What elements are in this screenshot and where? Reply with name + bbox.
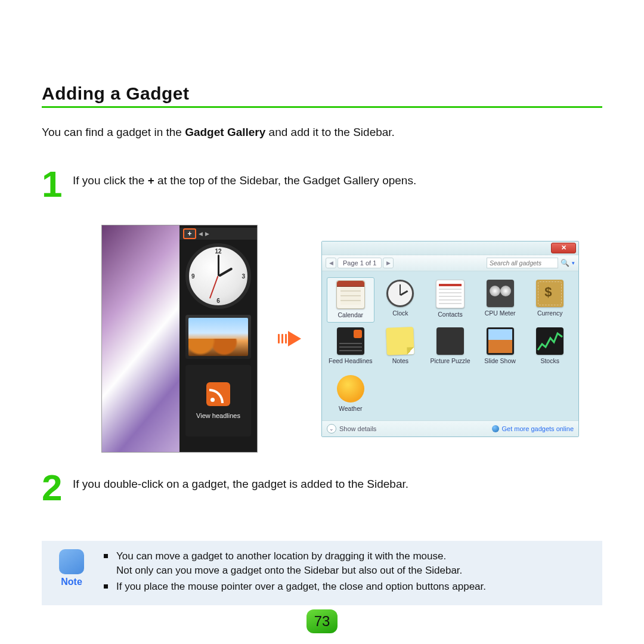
tile-label-weather: Weather xyxy=(339,405,363,412)
pager-next-button[interactable]: ▶ xyxy=(383,258,394,268)
gadget-tile-currency[interactable]: Currency xyxy=(526,277,574,323)
more-gadgets-link[interactable]: Get more gadgets online xyxy=(492,425,574,432)
gadget-tile-picture-puzzle[interactable]: Picture Puzzle xyxy=(426,325,474,370)
slide-show-icon xyxy=(487,327,514,355)
tile-label-puzzle: Picture Puzzle xyxy=(430,357,470,364)
gallery-toolbar: ◀ Page 1 of 1 ▶ 🔍 ▾ xyxy=(322,255,578,271)
gadget-tile-contacts[interactable]: Contacts xyxy=(426,277,474,323)
clock-icon xyxy=(386,280,414,307)
gallery-footer: ⌄ Show details Get more gadgets online xyxy=(322,420,578,436)
tile-label-currency: Currency xyxy=(537,309,563,317)
title-underline xyxy=(42,106,602,108)
note-box: Note You can move a gadget to another lo… xyxy=(42,541,602,605)
arrow-icon xyxy=(278,331,301,346)
bullet-icon xyxy=(104,584,108,589)
search-input[interactable] xyxy=(487,258,558,268)
page-title: Adding a Gadget xyxy=(42,83,602,104)
tile-label-cpu: CPU Meter xyxy=(485,309,516,317)
note-item-1: You can move a gadget to another locatio… xyxy=(104,549,592,578)
pager-prev-button[interactable]: ◀ xyxy=(326,258,336,268)
note-badge: Note xyxy=(55,549,88,587)
tile-label-feed: Feed Headlines xyxy=(329,357,373,364)
currency-icon xyxy=(536,280,564,307)
gadget-tile-clock[interactable]: Clock xyxy=(377,277,425,323)
more-gadgets-label: Get more gadgets online xyxy=(502,425,574,432)
gadget-tile-calendar[interactable]: Calendar xyxy=(327,277,374,323)
chevron-down-icon: ⌄ xyxy=(327,424,336,434)
stocks-icon xyxy=(536,327,564,355)
clock-hour-hand xyxy=(218,267,233,277)
calendar-icon xyxy=(336,280,365,309)
close-button[interactable]: ✕ xyxy=(551,243,576,253)
step-2: 2 If you double-click on a gadget, the g… xyxy=(42,473,602,503)
rss-icon xyxy=(206,382,230,406)
clock-gadget[interactable]: 12 3 6 9 xyxy=(185,243,251,309)
feed-headlines-gadget[interactable]: View headlines xyxy=(185,365,251,436)
clock-tick-9: 9 xyxy=(191,273,195,280)
picture-puzzle-icon xyxy=(436,327,464,355)
feed-gadget-label: View headlines xyxy=(196,412,240,419)
search-dropdown-icon[interactable]: ▾ xyxy=(572,260,575,266)
sidebar-top-controls: + ◀ ▶ xyxy=(179,228,257,240)
intro-prefix: You can find a gadget in the xyxy=(42,126,185,138)
tile-label-clock: Clock xyxy=(392,309,408,317)
step-2-text: If you double-click on a gadget, the gad… xyxy=(73,473,408,493)
pager-label: Page 1 of 1 xyxy=(338,258,382,268)
gallery-grid: Calendar Clock Contacts CPU Meter xyxy=(327,277,574,418)
gadget-tile-weather[interactable]: Weather xyxy=(327,373,374,418)
tile-label-notes: Notes xyxy=(392,357,408,364)
clock-tick-6: 6 xyxy=(216,298,220,304)
intro-text: You can find a gadget in the Gadget Gall… xyxy=(42,125,602,141)
step1-suffix: at the top of the Sidebar, the Gadget Ga… xyxy=(154,174,416,187)
note-icon xyxy=(59,549,84,574)
note-list: You can move a gadget to another locatio… xyxy=(104,549,592,596)
intro-bold: Gadget Gallery xyxy=(185,126,265,138)
tile-label-stocks: Stocks xyxy=(540,357,559,364)
page-number: 73 xyxy=(306,609,338,633)
note-label: Note xyxy=(61,577,82,587)
step-1: 1 If you click the + at the top of the S… xyxy=(42,169,602,199)
figure-row: + ◀ ▶ 12 3 6 9 Vie xyxy=(101,225,602,453)
step-1-text: If you click the + at the top of the Sid… xyxy=(73,169,416,189)
gadget-tile-stocks[interactable]: Stocks xyxy=(526,325,574,370)
step1-prefix: If you click the xyxy=(73,174,148,187)
note-item-2: If you place the mouse pointer over a ga… xyxy=(104,580,592,595)
add-gadget-button[interactable]: + xyxy=(183,228,196,239)
clock-minute-hand xyxy=(218,255,219,276)
show-details-label: Show details xyxy=(339,425,376,432)
gallery-pager: ◀ Page 1 of 1 ▶ xyxy=(326,258,394,268)
note-item-1-line2: Not only can you move a gadget onto the … xyxy=(116,564,462,578)
gallery-titlebar: ✕ xyxy=(322,242,578,255)
bullet-icon xyxy=(104,554,108,558)
gadget-gallery-window: ✕ ◀ Page 1 of 1 ▶ 🔍 ▾ Cale xyxy=(321,241,579,437)
tile-label-calendar: Calendar xyxy=(338,311,363,318)
gadget-tile-slide-show[interactable]: Slide Show xyxy=(476,325,524,370)
clock-tick-12: 12 xyxy=(215,248,221,255)
gadget-tile-cpu-meter[interactable]: CPU Meter xyxy=(476,277,524,323)
gadget-tile-feed-headlines[interactable]: Feed Headlines xyxy=(327,325,374,370)
clock-tick-3: 3 xyxy=(242,273,245,280)
notes-icon xyxy=(386,327,415,355)
sidebar-prev-icon[interactable]: ◀ xyxy=(199,231,203,237)
windows-sidebar: + ◀ ▶ 12 3 6 9 Vie xyxy=(179,225,257,452)
tile-label-slideshow: Slide Show xyxy=(484,357,516,364)
sidebar-screenshot: + ◀ ▶ 12 3 6 9 Vie xyxy=(101,225,258,453)
step1-bold: + xyxy=(148,174,154,187)
note-item-1-line1: You can move a gadget to another locatio… xyxy=(116,549,462,564)
weather-icon xyxy=(337,375,364,402)
search-icon[interactable]: 🔍 xyxy=(561,259,569,267)
intro-suffix: and add it to the Sidebar. xyxy=(265,126,395,138)
show-details-toggle[interactable]: ⌄ Show details xyxy=(327,424,376,434)
step-1-number: 1 xyxy=(42,169,70,199)
step-2-number: 2 xyxy=(42,473,70,503)
sidebar-next-icon[interactable]: ▶ xyxy=(205,231,209,237)
note-item-2-text: If you place the mouse pointer over a ga… xyxy=(116,580,486,595)
cpu-meter-icon xyxy=(487,280,514,307)
globe-icon xyxy=(492,425,499,432)
clock-second-hand xyxy=(209,276,218,299)
gallery-body: Calendar Clock Contacts CPU Meter xyxy=(322,271,578,420)
contacts-icon xyxy=(436,280,465,308)
slideshow-gadget[interactable] xyxy=(185,315,251,359)
gadget-tile-notes[interactable]: Notes xyxy=(377,325,425,370)
slideshow-image xyxy=(188,318,248,356)
